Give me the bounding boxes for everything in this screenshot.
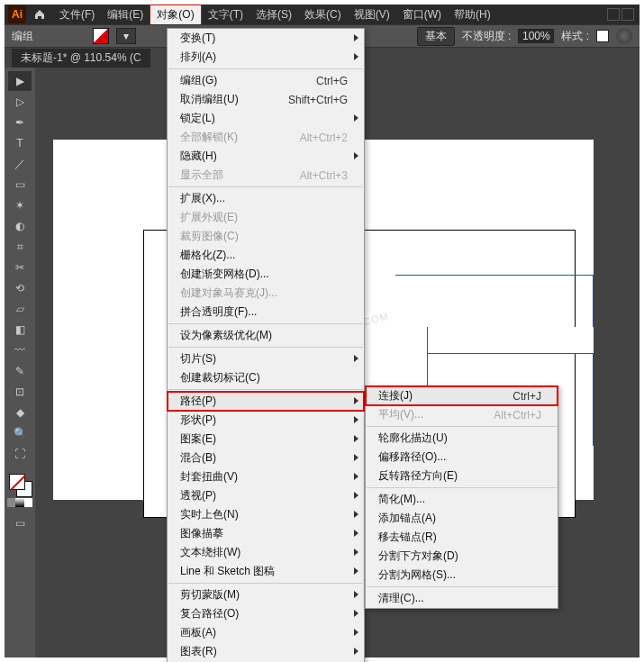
menu-select[interactable]: 选择(S) [249,5,298,24]
scale-tool[interactable]: ⌗ [8,237,32,257]
path-submenu: 连接(J)Ctrl+J平均(V)...Alt+Ctrl+J轮廓化描边(U)偏移路… [365,385,558,609]
object-menu-item-15: 创建对象马赛克(J)... [168,284,364,303]
line-tool[interactable]: ／ [8,154,32,174]
path-submenu-item-3[interactable]: 轮廓化描边(U) [366,429,558,448]
object-menu-item-14[interactable]: 创建渐变网格(D)... [168,265,364,284]
shape-builder-tool[interactable]: ▱ [8,299,32,319]
object-menu-item-28[interactable]: 透视(P) [168,486,364,505]
group-label: 编组 [12,29,33,44]
object-menu-item-34[interactable]: 剪切蒙版(M) [168,585,364,604]
stroke-dropdown[interactable]: ▾ [116,28,136,44]
object-menu-item-0[interactable]: 变换(T) [168,29,364,48]
path-submenu-item-4[interactable]: 偏移路径(O)... [366,448,558,467]
object-menu-item-10[interactable]: 扩展(X)... [168,189,364,208]
app-icon: Ai [8,5,26,23]
object-menu-item-29[interactable]: 实时上色(N) [168,505,364,524]
object-menu-item-3[interactable]: 编组(G)Ctrl+G [168,71,364,90]
object-menu-item-11: 扩展外观(E) [168,208,364,227]
opacity-input[interactable]: 100% [518,29,554,43]
path-submenu-item-7[interactable]: 简化(M)... [366,490,558,509]
object-menu-item-25[interactable]: 图案(E) [168,430,364,449]
path-submenu-item-1: 平均(V)...Alt+Ctrl+J [366,405,558,424]
menu-bar: Ai 文件(F) 编辑(E) 对象(O) 文字(T) 选择(S) 效果(C) 视… [5,5,639,24]
object-menu-item-23[interactable]: 路径(P) [168,392,364,411]
cloud-icon[interactable] [616,28,632,44]
object-menu-item-30[interactable]: 图像描摹 [168,524,364,543]
object-menu-item-16[interactable]: 拼合透明度(F)... [168,303,364,322]
menu-window[interactable]: 窗口(W) [396,5,448,24]
style-swatch[interactable] [596,30,609,42]
home-icon[interactable] [32,6,48,23]
fill-stroke-block[interactable] [7,472,32,497]
object-menu-item-20[interactable]: 切片(S) [168,349,364,368]
layout-switcher[interactable] [607,8,639,21]
rectangle-tool[interactable]: ▭ [8,175,32,195]
menu-object[interactable]: 对象(O) [150,5,201,24]
menu-file[interactable]: 文件(F) [53,5,101,24]
direct-selection-tool[interactable]: ▷ [8,92,32,112]
object-menu-item-13[interactable]: 栅格化(Z)... [168,246,364,265]
menu-view[interactable]: 视图(V) [348,5,396,24]
selection-tool[interactable]: ▶ [8,71,32,91]
path-shape-notch [427,327,594,354]
fill-swatch[interactable] [93,28,109,44]
scissors-tool[interactable]: ✂ [8,258,32,277]
menu-type[interactable]: 文字(T) [202,5,249,24]
path-submenu-item-0[interactable]: 连接(J)Ctrl+J [366,386,558,405]
object-menu-item-26[interactable]: 混合(B) [168,449,364,467]
gradient-tool[interactable]: ◧ [8,320,32,340]
path-submenu-item-9[interactable]: 移去锚点(R) [366,528,558,547]
basic-appearance[interactable]: 基本 [417,27,455,46]
mesh-tool[interactable]: 〰 [8,340,32,360]
rotate-tool[interactable]: ◐ [8,216,32,236]
object-menu-item-8: 显示全部Alt+Ctrl+3 [168,166,364,185]
object-menu-item-37[interactable]: 图表(R) [168,642,364,661]
opacity-label: 不透明度 : [462,29,512,44]
path-submenu-item-5[interactable]: 反转路径方向(E) [366,467,558,485]
object-menu-item-5[interactable]: 锁定(L) [168,109,364,128]
object-menu-item-4[interactable]: 取消编组(U)Shift+Ctrl+G [168,90,364,109]
path-submenu-item-10[interactable]: 分割下方对象(D) [366,547,558,566]
eyedropper-tool[interactable]: ✎ [8,361,32,381]
menu-edit[interactable]: 编辑(E) [101,5,150,24]
path-submenu-item-13[interactable]: 清理(C)... [366,589,558,608]
color-mode-row[interactable] [7,498,32,507]
object-menu-dropdown: 变换(T)排列(A)编组(G)Ctrl+G取消编组(U)Shift+Ctrl+G… [167,28,365,662]
type-tool[interactable]: T [8,133,32,153]
menu-help[interactable]: 帮助(H) [448,5,497,24]
object-menu-item-1[interactable]: 排列(A) [168,48,364,67]
slice-tool[interactable]: ◆ [8,403,32,422]
object-menu-item-27[interactable]: 封套扭曲(V) [168,467,364,486]
artboard-tool[interactable]: ⊡ [8,382,32,402]
object-menu-item-18[interactable]: 设为像素级优化(M) [168,326,364,345]
screen-mode-tool[interactable]: ▭ [8,513,32,533]
paintbrush-tool[interactable]: ✶ [8,195,32,215]
object-menu-item-7[interactable]: 隐藏(H) [168,147,364,166]
hand-tool[interactable]: ⛶ [8,444,32,464]
object-menu-item-24[interactable]: 形状(P) [168,411,364,430]
path-submenu-item-8[interactable]: 添加锚点(A) [366,509,558,528]
menu-effect[interactable]: 效果(C) [298,5,348,24]
main-menu: 文件(F) 编辑(E) 对象(O) 文字(T) 选择(S) 效果(C) 视图(V… [53,5,497,24]
object-menu-item-12: 裁剪图像(C) [168,227,364,246]
object-menu-item-21[interactable]: 创建裁切标记(C) [168,368,364,387]
free-transform-tool[interactable]: ⟲ [8,278,32,298]
document-tab[interactable]: 未标题-1* @ 110.54% (C [12,49,150,68]
object-menu-item-32[interactable]: Line 和 Sketch 图稿 [168,562,364,581]
object-menu-item-31[interactable]: 文本绕排(W) [168,543,364,562]
path-submenu-item-11[interactable]: 分割为网格(S)... [366,566,558,585]
toolbar: ▶ ▷ ✒ T ／ ▭ ✶ ◐ ⌗ ✂ ⟲ ▱ ◧ 〰 ✎ ⊡ ◆ 🔍 ⛶ ▭ [5,68,35,657]
object-menu-item-35[interactable]: 复合路径(O) [168,604,364,623]
style-label: 样式 : [561,29,589,44]
pen-tool[interactable]: ✒ [8,113,32,132]
object-menu-item-36[interactable]: 画板(A) [168,623,364,642]
zoom-tool[interactable]: 🔍 [8,423,32,443]
object-menu-item-6: 全部解锁(K)Alt+Ctrl+2 [168,128,364,147]
